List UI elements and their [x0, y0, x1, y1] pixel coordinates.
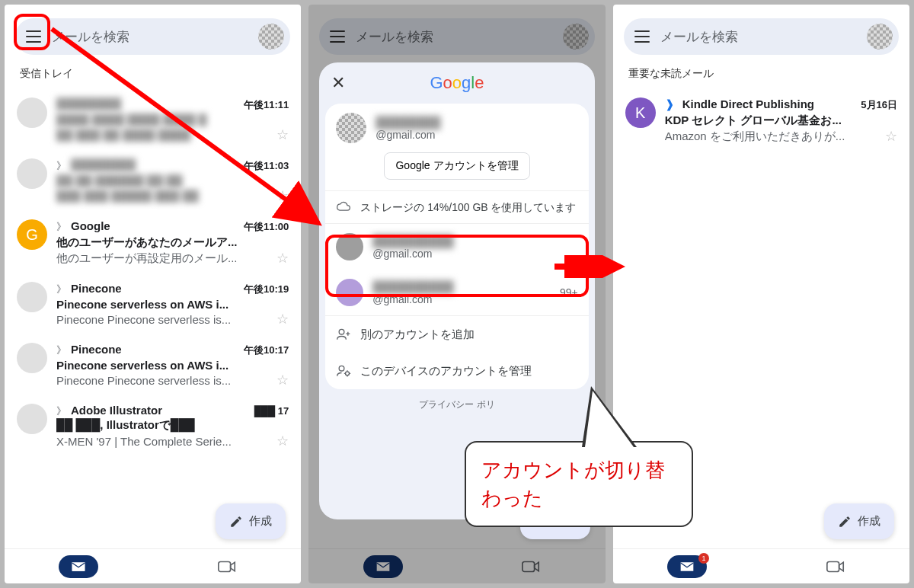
cloud-icon: [336, 201, 351, 213]
star-icon[interactable]: ☆: [276, 372, 289, 388]
chevron-icon: 》: [56, 406, 66, 416]
tab-video[interactable]: [761, 549, 909, 583]
time: 午後11:11: [244, 98, 289, 112]
star-icon[interactable]: ☆: [276, 126, 289, 143]
email-item[interactable]: 》 Adobe Illustrator ███ 17 ██ ███, Illus…: [17, 396, 289, 457]
search-placeholder: メールを検索: [52, 28, 248, 46]
manage-device-accounts-row[interactable]: このデバイスのアカウントを管理: [325, 353, 588, 389]
email-item[interactable]: 》 Pinecone 午後10:19 Pinecone serverless o…: [17, 274, 289, 335]
subject: Pinecone serverless on AWS i...: [56, 298, 289, 311]
menu-icon[interactable]: [634, 30, 650, 43]
star-icon[interactable]: ☆: [276, 187, 289, 204]
important-marker: ❱: [665, 97, 675, 111]
section-label: 重要な未読メール: [613, 66, 909, 90]
preview: Pinecone Pinecone serverless is...: [56, 313, 270, 326]
unread-count: 99+: [560, 286, 578, 299]
svg-rect-1: [523, 561, 535, 571]
email-item[interactable]: 》 Pinecone 午後10:17 Pinecone serverless o…: [17, 335, 289, 396]
search-bar[interactable]: メールを検索: [624, 18, 899, 55]
add-account-row[interactable]: 別のアカウントを追加: [325, 316, 588, 353]
sender-avatar: [17, 404, 47, 434]
storage-row[interactable]: ストレージの 14%/100 GB を使用しています: [325, 190, 588, 223]
manage-accounts-icon: [336, 363, 351, 379]
preview: Amazon をご利用いただきありが...: [665, 129, 879, 144]
sender: Pinecone: [71, 343, 239, 356]
preview: Pinecone Pinecone serverless is...: [56, 374, 270, 387]
current-account[interactable]: ████████ @gmail.com: [325, 104, 588, 152]
star-icon[interactable]: ☆: [276, 250, 289, 267]
chevron-icon: 》: [56, 284, 66, 294]
sender-avatar: K: [625, 97, 656, 128]
subject: ██ ███, Illustratorで███: [56, 418, 289, 433]
preview: X-MEN '97 | The Complete Serie...: [56, 435, 270, 448]
preview: ██ ███ ██ ████ ████: [56, 129, 270, 142]
email-item[interactable]: K ❱ Kindle Direct Publishing 5月16日 KDP セ…: [625, 90, 897, 152]
menu-icon[interactable]: [26, 30, 41, 43]
subject: 他のユーザーがあなたのメールア...: [56, 235, 289, 250]
google-logo: Google: [350, 73, 564, 93]
svg-rect-5: [827, 561, 839, 571]
time: 午後10:17: [244, 344, 289, 357]
sender-avatar: [17, 158, 47, 189]
email-list: ████████ 午後11:11 ████ ████ ████ ████ █ █…: [5, 90, 301, 548]
tab-mail[interactable]: [5, 549, 153, 583]
account-card: ████████ @gmail.com Google アカウントを管理 ストレー…: [325, 104, 588, 389]
account-avatar[interactable]: [867, 24, 893, 50]
time: 午後11:00: [244, 220, 289, 234]
tab-video[interactable]: [153, 549, 302, 583]
avatar: [336, 113, 366, 143]
sender: ████████: [71, 158, 239, 171]
star-icon[interactable]: ☆: [885, 128, 897, 145]
sender: Google: [71, 219, 239, 232]
chevron-icon: 》: [56, 222, 66, 232]
sender: ████████: [56, 97, 239, 110]
time: ███ 17: [254, 405, 289, 417]
privacy-link[interactable]: プライバシー ポリ: [319, 389, 594, 411]
compose-button[interactable]: 作成: [216, 503, 286, 539]
chevron-icon: 》: [56, 345, 66, 355]
star-icon[interactable]: ☆: [276, 311, 289, 328]
email-item[interactable]: 》 ████████ 午後11:03 ██ ██ ██████ ██ ██ ██…: [17, 151, 289, 212]
section-label: 受信トレイ: [5, 66, 301, 90]
video-icon: [217, 559, 237, 574]
svg-point-3: [339, 366, 344, 372]
menu-icon: [330, 30, 345, 43]
other-account-row[interactable]: ██████████ @gmail.com 99+: [325, 270, 588, 315]
email-item[interactable]: ████████ 午後11:11 ████ ████ ████ ████ █ █…: [17, 90, 289, 151]
pencil-icon: [229, 515, 243, 529]
avatar: [336, 233, 363, 260]
account-avatar[interactable]: [258, 24, 284, 50]
avatar: [336, 279, 363, 306]
gmail-screen-inbox: メールを検索 受信トレイ ████████ 午後11:11 ████ ████ …: [5, 5, 301, 583]
time: 午後11:03: [244, 159, 289, 173]
svg-point-4: [346, 372, 350, 375]
search-bar: メールを検索: [319, 18, 594, 55]
sender-avatar: [17, 343, 47, 373]
tab-bar: [5, 548, 301, 583]
add-user-icon: [336, 327, 351, 342]
manage-account-button[interactable]: Google アカウントを管理: [384, 152, 529, 180]
search-bar[interactable]: メールを検索: [15, 18, 290, 55]
svg-rect-0: [219, 561, 231, 571]
email-item[interactable]: G 》 Google 午後11:00 他のユーザーがあなたのメールア... 他の…: [17, 212, 289, 274]
preview: 他のユーザーが再設定用のメール...: [56, 251, 270, 266]
sender: Pinecone: [71, 282, 239, 295]
sender-avatar: [17, 282, 47, 312]
sender-avatar: G: [17, 219, 47, 250]
annotation-bubble: アカウントが切り替わった: [465, 441, 693, 527]
preview: ███ ███ █████ ███ ██: [56, 190, 270, 203]
chevron-icon: 》: [56, 161, 66, 171]
tab-mail[interactable]: 1: [613, 549, 762, 583]
other-account-row[interactable]: ██████████ @gmail.com: [325, 224, 588, 270]
subject: Pinecone serverless on AWS i...: [56, 359, 289, 372]
unread-badge: 1: [698, 553, 709, 564]
time: 5月16日: [861, 98, 897, 112]
account-avatar: [563, 24, 589, 50]
sender: Kindle Direct Publishing: [682, 97, 857, 110]
close-icon[interactable]: ✕: [331, 73, 350, 93]
subject: ██ ██ ██████ ██ ██: [56, 174, 289, 187]
star-icon[interactable]: ☆: [276, 433, 289, 449]
svg-point-2: [339, 330, 344, 335]
sender-avatar: [17, 97, 47, 128]
compose-button[interactable]: 作成: [824, 503, 894, 539]
